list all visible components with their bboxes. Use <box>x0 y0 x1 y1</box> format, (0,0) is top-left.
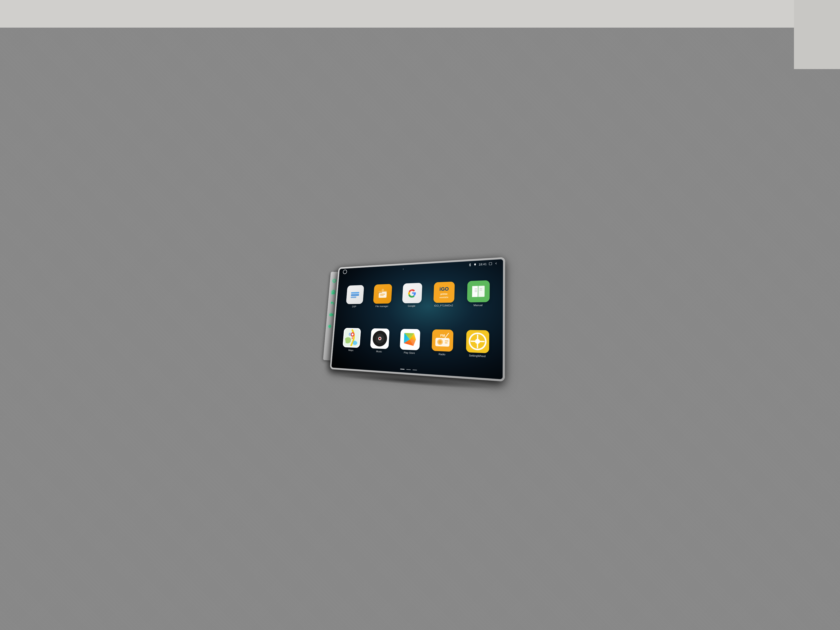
svg-text:FM: FM <box>440 334 445 338</box>
svg-line-24 <box>478 286 478 297</box>
android-home-circle[interactable] <box>343 269 347 274</box>
screen-bezel: ⌄ 18:41 <box>332 259 503 379</box>
svg-marker-0 <box>330 313 332 316</box>
mic-label: MIC <box>336 270 339 272</box>
svg-point-53 <box>469 333 486 350</box>
app-label-radio: Radio <box>439 353 445 356</box>
svg-rect-22 <box>472 286 485 297</box>
app-icon-settingwheel <box>466 330 489 353</box>
app-icon-radio: FM <box>431 329 453 352</box>
app-item-google[interactable]: Google <box>398 283 427 307</box>
home-button[interactable] <box>331 289 336 295</box>
app-item-manual[interactable]: Manual <box>462 280 495 307</box>
svg-rect-11 <box>351 296 357 298</box>
app-icon-music <box>370 328 390 349</box>
svg-point-54 <box>475 339 480 344</box>
back-nav-icon[interactable] <box>494 262 498 265</box>
app-item-radio[interactable]: FM Radio <box>426 329 459 357</box>
overview-icon[interactable] <box>489 262 492 265</box>
app-label-manual: Manual <box>474 304 483 307</box>
status-time: 18:41 <box>478 262 486 266</box>
svg-rect-44 <box>431 329 453 352</box>
app-icon-dsp <box>346 285 364 304</box>
device-shell: ⌄ 18:41 <box>330 257 505 382</box>
svg-rect-49 <box>445 341 448 342</box>
screen: ⌄ 18:41 <box>332 259 503 379</box>
app-item-playstore[interactable]: Play Store <box>395 329 425 355</box>
svg-rect-45 <box>435 338 450 347</box>
svg-rect-21 <box>467 280 490 302</box>
app-item-filemanager[interactable]: File manager <box>369 284 397 308</box>
svg-rect-52 <box>466 330 489 353</box>
power-button[interactable] <box>332 278 337 283</box>
app-label-maps: Maps <box>348 349 354 352</box>
app-grid: DSP <box>332 267 503 375</box>
svg-rect-43 <box>400 329 420 351</box>
app-item-dsp[interactable]: DSP <box>342 285 368 308</box>
svg-marker-5 <box>328 325 330 328</box>
app-item-settingwheel[interactable]: SettingWheel <box>461 330 495 358</box>
app-item-igo[interactable]: iGO primo nextGEN iGO_P719WDv2 <box>428 281 460 307</box>
wall-right <box>794 0 840 69</box>
location-icon <box>474 263 477 266</box>
svg-line-3 <box>332 314 332 316</box>
app-label-google: Google <box>408 305 415 307</box>
app-label-dsp: DSP <box>352 305 357 308</box>
app-icon-google <box>402 283 422 303</box>
svg-rect-10 <box>351 292 360 294</box>
status-left <box>343 269 347 274</box>
status-right: 18:41 <box>468 262 498 267</box>
svg-rect-50 <box>445 343 448 344</box>
app-label-filemanager: File manager <box>375 305 388 308</box>
svg-rect-9 <box>351 294 359 296</box>
app-icon-playstore <box>400 329 420 351</box>
svg-point-47 <box>437 339 443 345</box>
device-scene: MIC RST <box>316 244 524 386</box>
svg-text:primo: primo <box>440 292 448 295</box>
volume-up-button[interactable] <box>328 312 334 317</box>
page-dot-1[interactable] <box>400 369 404 369</box>
app-label-playstore: Play Store <box>404 351 415 354</box>
app-icon-filemanager <box>373 284 392 304</box>
device-wrapper: MIC RST <box>330 257 505 382</box>
svg-rect-16 <box>380 295 384 296</box>
svg-text:iGO: iGO <box>439 286 449 292</box>
svg-rect-8 <box>489 262 492 265</box>
svg-point-48 <box>438 340 442 344</box>
app-icon-manual <box>467 280 490 302</box>
app-label-music: Music <box>376 350 382 353</box>
app-label-settingwheel: SettingWheel <box>469 354 486 358</box>
svg-point-7 <box>475 264 475 265</box>
rst-label: RST <box>334 270 336 272</box>
page-dot-3[interactable] <box>412 369 417 371</box>
app-item-music[interactable]: Music <box>366 328 394 354</box>
volume-down-button[interactable] <box>328 324 333 330</box>
notification-chevron[interactable]: ⌄ <box>402 267 404 270</box>
svg-line-46 <box>445 333 448 338</box>
page-dot-2[interactable] <box>406 369 411 370</box>
svg-text:nextGEN: nextGEN <box>439 296 448 298</box>
bluetooth-icon <box>468 263 472 267</box>
back-button[interactable] <box>330 300 335 306</box>
status-center: ⌄ <box>402 267 404 270</box>
app-icon-igo: iGO primo nextGEN <box>433 281 455 303</box>
svg-rect-17 <box>433 281 455 303</box>
app-label-igo: iGO_P719WDv2 <box>434 304 453 307</box>
app-icon-maps: G <box>343 328 361 348</box>
wall-top <box>0 0 840 28</box>
app-item-maps[interactable]: G Maps <box>338 328 365 352</box>
svg-text:G: G <box>349 333 351 336</box>
svg-rect-23 <box>472 286 478 297</box>
svg-rect-15 <box>380 294 385 295</box>
